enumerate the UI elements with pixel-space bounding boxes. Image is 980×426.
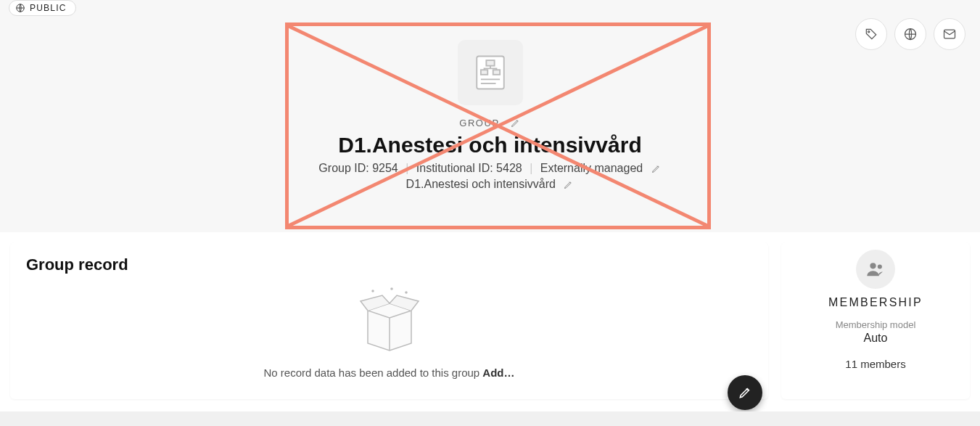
globe-icon (903, 27, 918, 41)
empty-text: No record data has been added to this gr… (263, 366, 479, 379)
mail-icon (942, 27, 957, 41)
group-id-value: 9254 (372, 162, 398, 174)
group-name: D1.Anestesi och intensivvård (273, 133, 708, 157)
group-record-title: Group record (26, 255, 752, 274)
institutional-id-label: Institutional ID: (416, 162, 493, 174)
globe-icon (15, 3, 25, 13)
pencil-icon (510, 118, 521, 128)
mail-button[interactable] (934, 18, 965, 50)
membership-title: MEMBERSHIP (792, 296, 959, 309)
svg-rect-6 (480, 70, 487, 75)
edit-path-button[interactable] (563, 179, 574, 190)
tag-icon (864, 27, 878, 41)
header-actions (855, 18, 965, 50)
group-type-label: GROUP (459, 118, 499, 128)
edit-managed-button[interactable] (651, 163, 662, 174)
svg-point-14 (405, 292, 407, 293)
svg-point-16 (878, 264, 882, 269)
people-icon (865, 259, 886, 279)
separator: | (405, 162, 408, 174)
svg-rect-7 (493, 70, 499, 75)
group-thumbnail (458, 40, 523, 105)
svg-point-13 (391, 288, 392, 290)
svg-rect-5 (486, 60, 494, 66)
svg-point-12 (372, 290, 374, 292)
hierarchy-icon (469, 51, 512, 94)
svg-point-1 (868, 31, 870, 33)
group-path-row: D1.Anestesi och intensivvård (273, 178, 708, 191)
visibility-label: PUBLIC (30, 3, 67, 13)
group-id-label: Group ID: (318, 162, 368, 174)
edit-fab-button[interactable] (728, 375, 762, 410)
separator: | (530, 162, 532, 174)
main-content: Group record No record data has been add… (0, 232, 980, 399)
empty-state: No record data has been added to this gr… (26, 285, 752, 379)
pencil-icon (563, 179, 574, 190)
membership-avatar (856, 250, 895, 289)
edit-group-type-button[interactable] (510, 118, 521, 128)
bottom-strip (0, 411, 980, 426)
empty-text-row: No record data has been added to this gr… (26, 366, 752, 379)
add-record-link[interactable]: Add… (482, 366, 514, 379)
header-area: PUBLIC GROUP (0, 0, 980, 232)
group-path: D1.Anestesi och intensivvård (406, 178, 556, 190)
pencil-icon (738, 385, 752, 400)
membership-count: 11 members (792, 358, 959, 370)
managed-label: Externally managed (540, 162, 643, 174)
membership-card: MEMBERSHIP Membership model Auto 11 memb… (781, 242, 970, 399)
membership-model-value: Auto (792, 332, 959, 345)
empty-box-icon (335, 285, 444, 358)
group-meta-row: Group ID: 9254 | Institutional ID: 5428 … (273, 162, 708, 175)
svg-rect-3 (944, 30, 955, 38)
pencil-icon (651, 163, 662, 174)
visibility-badge: PUBLIC (9, 0, 76, 16)
group-type-row: GROUP (459, 118, 520, 128)
group-record-card: Group record No record data has been add… (10, 242, 768, 399)
tag-button[interactable] (855, 18, 887, 50)
group-header: GROUP D1.Anestesi och intensivvård Group… (273, 40, 708, 191)
membership-model-label: Membership model (792, 319, 959, 330)
institutional-id-value: 5428 (496, 162, 522, 174)
svg-point-15 (870, 263, 876, 269)
globe-button[interactable] (894, 18, 926, 50)
